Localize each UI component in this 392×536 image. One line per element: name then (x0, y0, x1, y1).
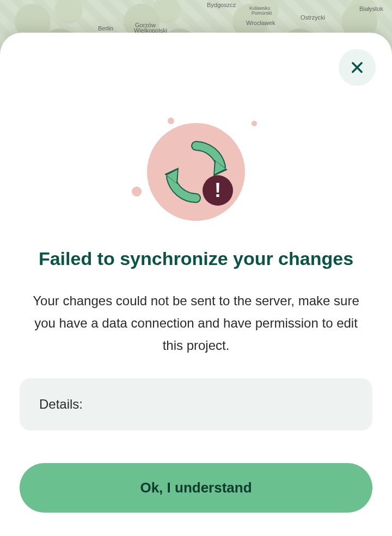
map-label: Pomorski (252, 10, 272, 16)
map-label: Wrocławek (246, 20, 275, 26)
ok-button[interactable]: Ok, I understand (20, 463, 372, 513)
modal-message: Your changes could not be sent to the se… (25, 290, 367, 356)
close-button[interactable] (339, 49, 376, 86)
sync-error-illustration: ! (131, 118, 261, 226)
decorative-dot (252, 121, 257, 126)
details-box: Details: (20, 378, 372, 430)
alert-badge-icon: ! (203, 175, 233, 206)
decorative-dot (168, 118, 174, 124)
modal-title: Failed to synchronize your changes (20, 248, 372, 269)
map-label: Bydgoszcz (207, 2, 236, 8)
close-icon (350, 60, 365, 75)
map-label: Ostrzycki (301, 14, 325, 21)
map-label: Białystok (359, 5, 383, 12)
decorative-dot (132, 187, 142, 196)
error-modal: ! Failed to synchronize your changes You… (0, 33, 392, 536)
map-label: Berlin (98, 25, 113, 32)
details-label: Details: (39, 397, 83, 411)
